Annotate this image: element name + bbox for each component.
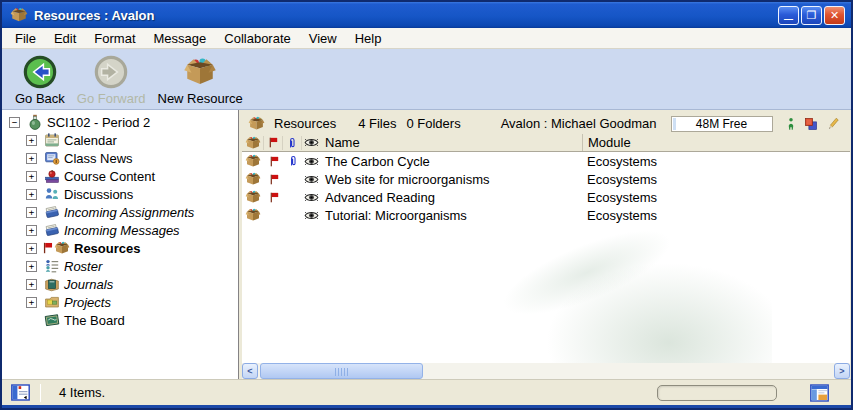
flag-icon	[268, 191, 280, 204]
sidebar-item-the-board[interactable]: The Board	[2, 311, 238, 329]
name-column-header[interactable]: Name	[321, 135, 582, 150]
sidebar-item-discussions[interactable]: Discussions	[2, 185, 238, 203]
files-count: 4 Files	[358, 116, 396, 131]
expand-box[interactable]	[26, 171, 37, 182]
status-progress-box	[657, 385, 777, 401]
back-arrow-icon	[23, 55, 57, 89]
eye-icon[interactable]	[304, 156, 319, 167]
scroll-left-button[interactable]	[242, 363, 258, 379]
resources-panel: Resources 4 Files 0 Folders Avalon : Mic…	[242, 110, 850, 379]
collapse-box[interactable]	[9, 117, 20, 128]
discussions-icon	[44, 186, 60, 202]
sidebar-item-course-content[interactable]: Course Content	[2, 167, 238, 185]
menu-file[interactable]: File	[6, 29, 45, 48]
scroll-right-button[interactable]	[834, 363, 850, 379]
items-count: 4 Items.	[59, 385, 105, 400]
window-layout-icon[interactable]	[810, 384, 829, 402]
attachment-column-header[interactable]	[283, 136, 302, 150]
menu-format[interactable]: Format	[85, 29, 144, 48]
menu-view[interactable]: View	[300, 29, 346, 48]
journals-icon	[44, 276, 60, 292]
projects-icon	[44, 294, 60, 310]
sidebar-item-class-news[interactable]: Class News	[2, 149, 238, 167]
table-row[interactable]: Web site for microorganisms Ecosystems	[242, 170, 850, 188]
box-icon	[245, 135, 261, 151]
table-row[interactable]: Advanced Reading Ecosystems	[242, 188, 850, 206]
menu-help[interactable]: Help	[346, 29, 391, 48]
sidebar-item-journals[interactable]: Journals	[2, 275, 238, 293]
resource-module: Ecosystems	[582, 172, 850, 187]
horizontal-scrollbar[interactable]	[242, 363, 850, 379]
expand-box[interactable]	[26, 225, 37, 236]
expand-box[interactable]	[26, 243, 37, 254]
expand-box[interactable]	[26, 135, 37, 146]
window-controls	[778, 6, 845, 25]
pencil-icon[interactable]	[826, 117, 840, 131]
sidebar-item-incoming-assignments[interactable]: Incoming Assignments	[2, 203, 238, 221]
scrollbar-thumb[interactable]	[260, 363, 423, 379]
course-content-icon	[44, 168, 60, 184]
table-row[interactable]: The Carbon Cycle Ecosystems	[242, 152, 850, 170]
close-button[interactable]	[824, 6, 845, 25]
status-bar: 4 Items.	[2, 379, 851, 405]
expand-box[interactable]	[26, 297, 37, 308]
expand-box[interactable]	[26, 261, 37, 272]
maximize-button[interactable]	[801, 6, 822, 25]
eye-icon[interactable]	[304, 174, 319, 185]
app-window: Resources : Avalon File Edit Format Mess…	[0, 0, 853, 410]
sidebar-item-projects[interactable]: Projects	[2, 293, 238, 311]
folders-count: 0 Folders	[406, 116, 460, 131]
panel-title: Resources	[274, 116, 336, 131]
expand-box[interactable]	[26, 153, 37, 164]
expand-box[interactable]	[26, 189, 37, 200]
overlap-squares-icon[interactable]	[804, 117, 818, 131]
go-forward-button[interactable]: Go Forward	[74, 55, 149, 106]
sidebar-item-calendar[interactable]: Calendar	[2, 131, 238, 149]
free-space-label: 48M Free	[696, 117, 747, 131]
menu-collaborate[interactable]: Collaborate	[215, 29, 300, 48]
expand-box[interactable]	[26, 207, 37, 218]
background-watermark	[493, 213, 680, 331]
table-column-header: Name Module	[242, 134, 850, 152]
resource-module: Ecosystems	[582, 208, 850, 223]
flag-icon	[268, 173, 280, 186]
resource-name: Tutorial: Microorganisms	[321, 208, 582, 223]
minimize-button[interactable]	[778, 6, 799, 25]
resource-name: The Carbon Cycle	[321, 154, 582, 169]
resource-name: Advanced Reading	[321, 190, 582, 205]
module-column-header[interactable]: Module	[582, 134, 850, 151]
tree-root-sci102[interactable]: SCI102 - Period 2	[2, 113, 238, 131]
go-back-label: Go Back	[15, 91, 65, 106]
board-icon	[44, 312, 60, 328]
eye-icon[interactable]	[304, 210, 319, 221]
main-area: SCI102 - Period 2 Calendar Class News Co…	[2, 110, 851, 379]
new-resource-button[interactable]: New Resource	[155, 55, 246, 106]
expand-box[interactable]	[26, 279, 37, 290]
incoming-messages-icon	[44, 222, 60, 238]
flag-column-header[interactable]	[264, 136, 283, 150]
eye-icon[interactable]	[304, 192, 319, 203]
panel-toggle-icon[interactable]	[11, 384, 30, 401]
type-column-header[interactable]	[242, 136, 264, 150]
sidebar-item-resources[interactable]: Resources	[2, 239, 238, 257]
person-icon[interactable]	[786, 117, 796, 131]
resource-name: Web site for microorganisms	[321, 172, 582, 187]
menu-message[interactable]: Message	[145, 29, 216, 48]
sidebar-item-incoming-messages[interactable]: Incoming Messages	[2, 221, 238, 239]
resource-module: Ecosystems	[582, 154, 850, 169]
tree-root-label: SCI102 - Period 2	[47, 115, 150, 130]
server-user: Avalon : Michael Goodman	[501, 116, 657, 131]
menu-edit[interactable]: Edit	[45, 29, 85, 48]
incoming-assignments-icon	[44, 204, 60, 220]
table-row[interactable]: Tutorial: Microorganisms Ecosystems	[242, 206, 850, 224]
resource-module: Ecosystems	[582, 190, 850, 205]
scrollbar-grip	[335, 368, 349, 376]
sidebar-item-roster[interactable]: Roster	[2, 257, 238, 275]
resources-box-icon	[54, 240, 70, 256]
flag-icon	[267, 136, 279, 149]
resource-box-icon	[245, 171, 261, 187]
resources-box-icon	[248, 115, 265, 132]
go-back-button[interactable]: Go Back	[12, 55, 68, 106]
title-bar[interactable]: Resources : Avalon	[2, 2, 851, 28]
visibility-column-header[interactable]	[302, 137, 321, 148]
